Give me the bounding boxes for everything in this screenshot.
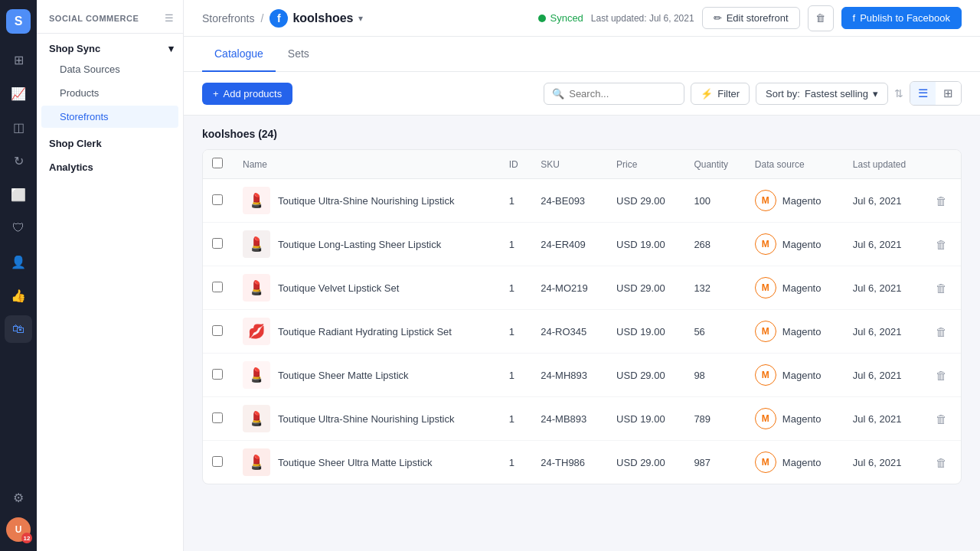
add-products-button[interactable]: + Add products <box>202 83 292 105</box>
magento-icon: M <box>755 452 776 473</box>
row-checkbox-0[interactable] <box>212 194 223 205</box>
thumb-icon[interactable]: 👍 <box>5 282 32 309</box>
search-box[interactable]: 🔍 <box>544 83 684 105</box>
filter-button[interactable]: ⚡ Filter <box>691 83 750 105</box>
delete-storefront-button[interactable]: 🗑 <box>808 5 834 31</box>
tab-catalogue[interactable]: Catalogue <box>202 37 276 72</box>
table-section: koolshoes (24) Name ID SKU Price Quantit… <box>184 116 980 497</box>
layers-icon[interactable]: ◫ <box>5 113 32 141</box>
publish-button[interactable]: f Publish to Facebook <box>841 7 962 29</box>
product-name: Toutique Ultra-Shine Nourishing Lipstick <box>278 413 455 425</box>
grid-icon[interactable]: ⊞ <box>5 46 32 73</box>
row-checkbox-4[interactable] <box>212 369 223 380</box>
product-quantity: 132 <box>684 266 745 310</box>
product-id: 1 <box>500 441 532 484</box>
sidebar-item-data-sources[interactable]: Data Sources <box>41 58 178 80</box>
settings-icon[interactable]: ⚙ <box>5 484 32 511</box>
table-row: 💋 Toutique Radiant Hydrating Lipstick Se… <box>203 310 961 354</box>
product-name: Toutique Sheer Ultra Matte Lipstick <box>278 457 433 468</box>
product-updated: Jul 6, 2021 <box>844 179 926 223</box>
chart-icon[interactable]: 📈 <box>5 80 32 107</box>
nav-section-shop-sync[interactable]: Shop Sync ▾ <box>37 37 183 57</box>
product-thumbnail: 💄 <box>243 187 270 214</box>
datasource-cell: M Magento <box>755 233 835 255</box>
notification-badge: 12 <box>21 533 32 543</box>
swap-sort-icon[interactable]: ⇅ <box>894 87 903 99</box>
row-checkbox-2[interactable] <box>212 282 223 292</box>
topbar: Storefronts / f koolshoes ▾ Synced Last … <box>184 0 980 37</box>
tab-sets[interactable]: Sets <box>276 37 322 72</box>
avatar[interactable]: U 12 <box>6 517 31 542</box>
product-price: USD 29.00 <box>607 354 684 397</box>
product-updated: Jul 6, 2021 <box>844 310 926 354</box>
search-input[interactable] <box>569 88 676 99</box>
box-icon[interactable]: ⬜ <box>5 181 32 208</box>
col-quantity: Quantity <box>684 150 745 179</box>
tabs-bar: Catalogue Sets <box>184 37 980 72</box>
product-quantity: 789 <box>684 397 745 441</box>
datasource-name: Magento <box>782 370 822 381</box>
product-quantity: 268 <box>684 223 745 266</box>
row-checkbox-1[interactable] <box>212 238 223 249</box>
collapse-icon[interactable]: ☰ <box>165 12 174 24</box>
row-checkbox-5[interactable] <box>212 412 223 423</box>
delete-row-button[interactable]: 🗑 <box>936 456 947 469</box>
sort-button[interactable]: Sort by: Fastest selling ▾ <box>756 83 888 105</box>
product-name: Toutique Ultra-Shine Nourishing Lipstick <box>278 195 455 207</box>
product-updated: Jul 6, 2021 <box>844 223 926 266</box>
col-name: Name <box>234 150 500 179</box>
store-dropdown-arrow[interactable]: ▾ <box>358 13 363 24</box>
select-all-checkbox[interactable] <box>212 158 223 168</box>
sync-label: Synced <box>550 12 583 24</box>
sidebar-item-products[interactable]: Products <box>41 82 178 104</box>
product-name-cell: 💄 Toutique Sheer Ultra Matte Lipstick <box>243 448 491 476</box>
sidebar-item-storefronts[interactable]: Storefronts <box>41 106 178 128</box>
datasource-cell: M Magento <box>755 321 835 342</box>
product-updated: Jul 6, 2021 <box>844 354 926 397</box>
grid-view-button[interactable]: ⊞ <box>936 82 961 105</box>
col-datasource: Data source <box>746 150 844 179</box>
product-sku: 24-MO219 <box>531 266 607 310</box>
product-price: USD 19.00 <box>607 397 684 441</box>
product-updated: Jul 6, 2021 <box>844 397 926 441</box>
delete-row-button[interactable]: 🗑 <box>936 282 947 295</box>
sync-icon[interactable]: ↻ <box>5 147 32 174</box>
delete-row-button[interactable]: 🗑 <box>936 238 947 251</box>
product-thumbnail: 💄 <box>243 230 270 258</box>
product-updated: Jul 6, 2021 <box>844 441 926 484</box>
datasource-cell: M Magento <box>755 364 835 386</box>
product-id: 1 <box>500 223 532 266</box>
row-checkbox-6[interactable] <box>212 456 223 467</box>
col-updated: Last updated <box>844 150 926 179</box>
store-selector[interactable]: f koolshoes ▾ <box>270 9 362 28</box>
chevron-down-icon: ▾ <box>168 43 174 54</box>
table-row: 💄 Toutique Long-Lasting Sheer Lipstick 1… <box>203 223 961 266</box>
delete-row-button[interactable]: 🗑 <box>936 369 947 382</box>
shield-icon[interactable]: 🛡 <box>5 214 32 242</box>
delete-row-button[interactable]: 🗑 <box>936 194 947 207</box>
breadcrumb-storefronts[interactable]: Storefronts <box>202 12 254 24</box>
bag-icon[interactable]: 🛍 <box>5 315 32 343</box>
datasource-cell: M Magento <box>755 277 835 298</box>
magento-icon: M <box>755 277 776 298</box>
product-price: USD 19.00 <box>607 310 684 354</box>
product-name-cell: 💄 Toutique Ultra-Shine Nourishing Lipsti… <box>243 405 491 432</box>
product-thumbnail: 💄 <box>243 274 270 302</box>
list-view-button[interactable]: ☰ <box>910 82 936 105</box>
col-price: Price <box>607 150 684 179</box>
product-name: Toutique Long-Lasting Sheer Lipstick <box>278 239 441 250</box>
product-name: Toutique Velvet Lipstick Set <box>278 282 399 294</box>
delete-row-button[interactable]: 🗑 <box>936 325 947 338</box>
product-name: Toutique Radiant Hydrating Lipstick Set <box>278 326 452 337</box>
user-icon[interactable]: 👤 <box>5 248 32 276</box>
nav-section-analytics[interactable]: Analytics <box>37 152 183 176</box>
delete-row-button[interactable]: 🗑 <box>936 412 947 425</box>
datasource-name: Magento <box>782 457 822 468</box>
sort-label: Sort by: <box>766 88 800 99</box>
nav-section-shop-clerk[interactable]: Shop Clerk <box>37 129 183 152</box>
edit-storefront-button[interactable]: ✏ Edit storefront <box>702 7 800 29</box>
row-checkbox-3[interactable] <box>212 325 223 336</box>
product-id: 1 <box>500 354 532 397</box>
datasource-name: Magento <box>782 326 822 337</box>
product-price: USD 19.00 <box>607 223 684 266</box>
